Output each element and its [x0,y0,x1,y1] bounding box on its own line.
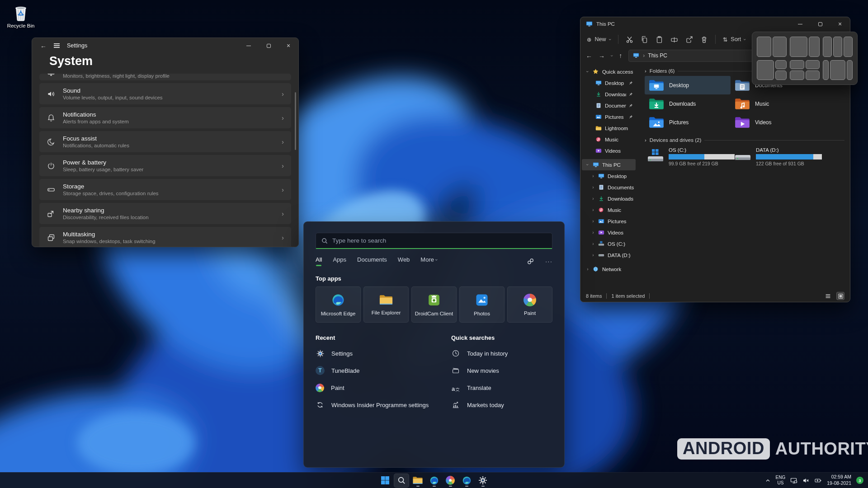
maximize-button[interactable] [810,17,830,31]
clock[interactable]: 02:59 AM 19-08-2021 [827,474,851,486]
more-options-icon[interactable]: ··· [545,258,552,265]
share-button[interactable] [685,36,693,43]
drive-tile-data-d[interactable]: DATA (D:) 122 GB free of 931 GB [732,146,819,169]
minimize-button[interactable] [790,17,810,31]
back-icon[interactable]: ← [40,42,47,49]
quick-item-markets[interactable]: Markets today [451,396,552,413]
nav-back-icon[interactable]: ← [586,52,592,59]
tab-apps[interactable]: Apps [333,256,346,266]
sidebar-pc-documents[interactable]: › Documents [582,182,636,193]
snap-layout-option-2[interactable] [790,37,820,57]
network-icon[interactable] [790,477,797,484]
account-link-icon[interactable] [527,258,534,265]
recycle-bin[interactable]: Recycle Bin [4,4,38,28]
snap-layout-option-6[interactable] [823,60,853,80]
sidebar-pc-downloads[interactable]: › Downloads [582,193,636,204]
search-input[interactable] [332,237,547,244]
sidebar-network[interactable]: › Network [582,263,636,275]
taskbar-paint-button[interactable] [443,474,458,488]
sidebar-pc-pictures[interactable]: › Pictures [582,216,636,227]
paste-button[interactable] [656,36,663,43]
sidebar-item-pictures[interactable]: Pictures [582,111,636,122]
snap-layout-option-5[interactable] [790,60,820,80]
sidebar-item-downloads[interactable]: Downloads [582,89,636,100]
minimize-button[interactable] [239,39,259,52]
sidebar-pc-videos[interactable]: › Videos [582,227,636,238]
start-button[interactable] [377,474,393,488]
sidebar-item-documents[interactable]: Documents [582,100,636,111]
hamburger-menu-icon[interactable] [54,43,60,47]
scrollbar[interactable] [295,92,296,150]
settings-item-focus-assist[interactable]: Focus assist Notifications, automatic ru… [39,131,291,152]
sidebar-quick-access[interactable]: › Quick access [582,66,636,77]
recent-item-tuneblade[interactable]: T TuneBlade [316,362,438,379]
sidebar-pc-desktop[interactable]: › Desktop [582,170,636,182]
folder-tile-downloads[interactable]: Downloads [645,94,731,113]
sort-button[interactable]: ⇅ Sort › [723,36,746,43]
quick-item-movies[interactable]: New movies [451,362,552,379]
settings-item-display[interactable]: Monitors, brightness, night light, displ… [39,74,291,80]
delete-button[interactable] [700,36,708,43]
taskbar-search-button[interactable] [394,474,409,488]
drive-tile-os-c[interactable]: OS (C:) 99.9 GB free of 219 GB [645,146,732,169]
tab-documents[interactable]: Documents [357,256,387,266]
maximize-button[interactable] [259,39,278,52]
taskbar-edge-beta-button[interactable] [459,474,474,488]
language-indicator[interactable]: ENG US [776,475,786,486]
address-breadcrumb[interactable]: › This PC › [628,50,759,62]
settings-item-notifications[interactable]: Notifications Alerts from apps and syste… [39,107,291,128]
quick-item-translate[interactable]: a Translate [451,379,552,396]
close-button[interactable]: × [278,39,298,52]
drives-section-header[interactable]: › Devices and drives (2) [645,136,844,144]
recent-item-paint[interactable]: Paint [316,379,438,396]
tab-all[interactable]: All [316,256,322,266]
top-app-file-explorer[interactable]: File Explorer [363,286,409,323]
explorer-titlebar[interactable]: This PC × [580,17,850,31]
recent-item-settings[interactable]: Settings [316,345,438,362]
snap-layout-option-1[interactable] [757,37,787,57]
tab-web[interactable]: Web [398,256,410,266]
settings-item-sound[interactable]: Sound Volume levels, output, input, soun… [39,83,291,104]
folder-tile-videos[interactable]: Videos [731,113,816,131]
taskbar-edge-button[interactable] [426,474,442,488]
battery-charging-icon[interactable] [815,477,822,484]
folder-tile-pictures[interactable]: Pictures [645,113,731,131]
snap-layout-option-4[interactable] [757,60,787,80]
taskbar-file-explorer-button[interactable] [410,474,425,488]
sidebar-item-desktop[interactable]: Desktop [582,77,636,89]
copy-button[interactable] [641,36,648,43]
folder-tile-music[interactable]: Music [731,94,816,113]
nav-forward-icon[interactable]: → [599,52,605,59]
tab-more[interactable]: More› [420,256,437,266]
sidebar-item-videos[interactable]: Videos [582,145,636,156]
new-button[interactable]: ⊕ New › [587,36,611,43]
close-button[interactable]: × [830,17,850,31]
settings-titlebar[interactable]: ← Settings × [32,38,298,53]
rename-button[interactable] [670,36,678,43]
top-app-photos[interactable]: Photos [459,286,505,323]
cut-button[interactable] [626,36,633,43]
notification-badge[interactable]: 3 [856,477,863,484]
recent-item-insider[interactable]: Windows Insider Programme settings [316,396,438,413]
search-box[interactable] [316,233,552,249]
quick-item-history[interactable]: Today in history [451,345,552,362]
settings-item-storage[interactable]: Storage Storage space, drives, configura… [39,179,291,200]
sidebar-this-pc[interactable]: › This PC [582,159,636,170]
nav-up-icon[interactable]: ↑ [619,52,622,59]
volume-muted-icon[interactable] [802,477,810,484]
list-view-button[interactable] [824,292,832,300]
sidebar-pc-data-d[interactable]: › DATA (D:) [582,249,636,261]
settings-item-power[interactable]: Power & battery Sleep, battery usage, ba… [39,155,291,176]
snap-layout-option-3[interactable] [823,37,853,57]
top-app-paint[interactable]: Paint [507,286,552,323]
thumbnail-view-button[interactable] [836,292,844,300]
sidebar-item-music[interactable]: Music [582,134,636,145]
settings-item-nearby-sharing[interactable]: Nearby sharing Discoverability, received… [39,203,291,224]
top-app-edge[interactable]: Microsoft Edge [316,286,361,323]
sidebar-pc-os-c[interactable]: › OS (C:) [582,238,636,249]
taskbar-settings-button[interactable] [475,474,491,488]
tray-chevron-up-icon[interactable] [765,478,771,483]
sidebar-pc-music[interactable]: › Music [582,204,636,216]
nav-recent-icon[interactable]: › [609,55,614,56]
folder-tile-desktop[interactable]: Desktop [645,76,731,94]
